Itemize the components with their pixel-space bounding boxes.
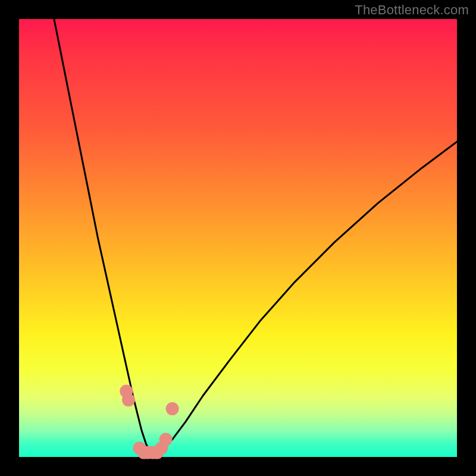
highlight-point (159, 433, 173, 446)
bottleneck-curve (54, 19, 457, 453)
bottleneck-curve-path (54, 19, 457, 453)
chart-frame: TheBottleneck.com (0, 0, 476, 476)
chart-svg (19, 19, 457, 457)
highlight-points (120, 385, 178, 459)
highlight-point (122, 393, 135, 406)
watermark-text: TheBottleneck.com (355, 2, 469, 18)
highlight-point (166, 402, 179, 415)
plot-area (19, 19, 457, 457)
